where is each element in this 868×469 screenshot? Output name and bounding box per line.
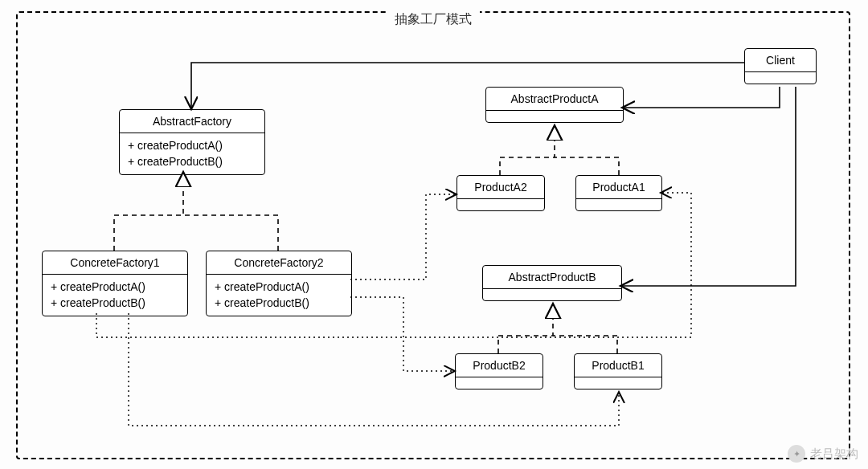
node-product-a2: ProductA2 (457, 175, 545, 211)
product-b1-name: ProductB1 (575, 354, 661, 377)
abstract-factory-op1: + createProductA() (128, 138, 256, 154)
concrete-factory-2-name: ConcreteFactory2 (207, 251, 351, 275)
pattern-title: 抽象工厂模式 (387, 11, 480, 28)
diagram-canvas: 抽象工厂模式 Client AbstractFactory + createPr… (0, 0, 868, 469)
cf1-op1: + createProductA() (51, 279, 179, 296)
node-client-name: Client (745, 49, 816, 72)
node-product-a1: ProductA1 (575, 175, 662, 211)
wechat-icon: ✦ (788, 445, 805, 463)
node-product-b1: ProductB1 (574, 353, 662, 389)
abstract-factory-name: AbstractFactory (120, 110, 264, 133)
abstract-factory-op2: + createProductB() (128, 154, 256, 170)
node-concrete-factory-1: ConcreteFactory1 + createProductA() + cr… (42, 251, 188, 316)
node-product-b2: ProductB2 (455, 353, 543, 389)
cf1-op2: + createProductB() (51, 296, 179, 312)
abstract-product-b-name: AbstractProductB (483, 266, 621, 289)
node-client: Client (744, 48, 817, 84)
pattern-frame: 抽象工厂模式 (16, 11, 850, 459)
watermark-text: 老吕架构 (810, 447, 858, 462)
node-abstract-product-a: AbstractProductA (485, 87, 624, 123)
product-a2-name: ProductA2 (457, 176, 544, 199)
cf2-op1: + createProductA() (215, 279, 343, 296)
product-a1-name: ProductA1 (576, 176, 661, 199)
node-abstract-factory: AbstractFactory + createProductA() + cre… (119, 109, 265, 175)
node-concrete-factory-2: ConcreteFactory2 + createProductA() + cr… (206, 251, 352, 316)
cf2-op2: + createProductB() (215, 296, 343, 312)
product-b2-name: ProductB2 (456, 354, 542, 377)
node-abstract-product-b: AbstractProductB (482, 265, 622, 301)
abstract-product-a-name: AbstractProductA (486, 88, 623, 111)
watermark: ✦ 老吕架构 (788, 445, 858, 463)
concrete-factory-1-name: ConcreteFactory1 (43, 251, 187, 275)
